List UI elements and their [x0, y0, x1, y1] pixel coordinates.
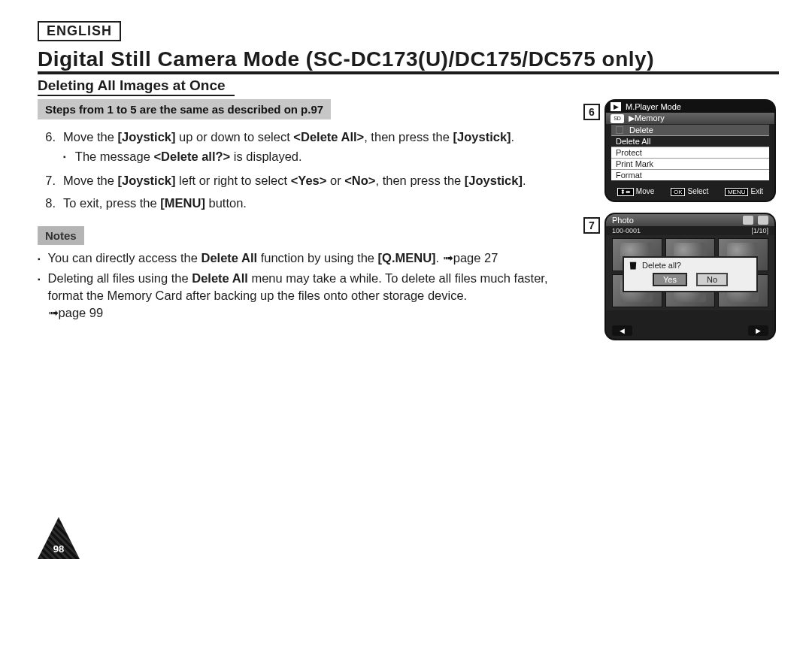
- nav-left-icon[interactable]: ◄: [612, 325, 632, 336]
- menu-item-format[interactable]: Format: [611, 169, 769, 180]
- notes-list: You can directly access the Delete All f…: [38, 249, 567, 322]
- step-number: 6.: [38, 128, 56, 168]
- page-number-marker: 98: [38, 517, 80, 559]
- file-index: 100-0001: [612, 227, 641, 234]
- menu-item-protect[interactable]: Protect: [611, 147, 769, 158]
- step-number: 8.: [38, 195, 56, 213]
- memory-label: ▶Memory: [629, 113, 665, 123]
- card-icon: [758, 216, 768, 225]
- step-7: 7. Move the [Joystick] left or right to …: [38, 172, 567, 190]
- dialog-yes-button[interactable]: Yes: [653, 273, 687, 286]
- dialog-text: Delete all?: [642, 261, 681, 270]
- move-hint-icon: ⬍⬌: [617, 188, 634, 196]
- delete-icon: [616, 126, 623, 134]
- figure-callout-number: 7: [583, 217, 600, 234]
- step-6-sub: The message <Delete all?> is displayed.: [63, 148, 567, 166]
- nav-right-icon[interactable]: ►: [748, 325, 768, 336]
- camera-screen-confirm: Photo 100-0001 [1/10]: [604, 213, 776, 340]
- steps-reference-box: Steps from 1 to 5 are the same as descri…: [38, 99, 331, 119]
- mode-label: Photo: [612, 216, 634, 225]
- trash-icon: [629, 261, 638, 270]
- dialog-no-button[interactable]: No: [696, 273, 728, 286]
- step-number: 7.: [38, 172, 56, 190]
- figure-callout-number: 6: [583, 104, 600, 120]
- screen-title: M.Player Mode: [626, 102, 681, 111]
- step-list: 6. Move the [Joystick] up or down to sel…: [38, 128, 567, 213]
- sd-card-icon: SD: [611, 114, 624, 123]
- figure-6: 6 ▶ M.Player Mode SD ▶Memory Delete: [583, 99, 779, 202]
- menu-list: Delete Delete All Protect Print Mark For…: [611, 124, 770, 181]
- select-hint-icon: OK: [671, 188, 686, 196]
- note-2: Deleting all files using the Delete All …: [38, 270, 567, 322]
- chapter-title: Digital Still Camera Mode (SC-DC173(U)/D…: [38, 47, 779, 74]
- notes-heading: Notes: [38, 226, 84, 245]
- exit-hint-icon: MENU: [725, 188, 749, 196]
- step-6: 6. Move the [Joystick] up or down to sel…: [38, 128, 567, 168]
- confirm-dialog: Delete all? Yes No: [623, 256, 758, 292]
- menu-item-print-mark[interactable]: Print Mark: [611, 158, 769, 169]
- camera-screen-menu: ▶ M.Player Mode SD ▶Memory Delete Delete…: [604, 99, 776, 202]
- language-badge: ENGLISH: [38, 21, 121, 41]
- camera-icon: [743, 216, 753, 225]
- manual-page: ENGLISH Digital Still Camera Mode (SC-DC…: [0, 0, 812, 650]
- figure-7: 7 Photo 100-0001 [1/10]: [583, 213, 779, 340]
- play-icon: ▶: [611, 102, 621, 111]
- screen-footer-hints: ⬍⬌Move OKSelect MENUExit: [606, 184, 774, 201]
- menu-item-delete[interactable]: Delete: [611, 125, 769, 135]
- menu-item-delete-all[interactable]: Delete All: [611, 135, 769, 147]
- page-number: 98: [38, 543, 80, 555]
- step-8: 8. To exit, press the [MENU] button.: [38, 195, 567, 213]
- file-counter: [1/10]: [751, 227, 768, 234]
- note-1: You can directly access the Delete All f…: [38, 249, 567, 267]
- section-title: Deleting All Images at Once: [38, 77, 235, 96]
